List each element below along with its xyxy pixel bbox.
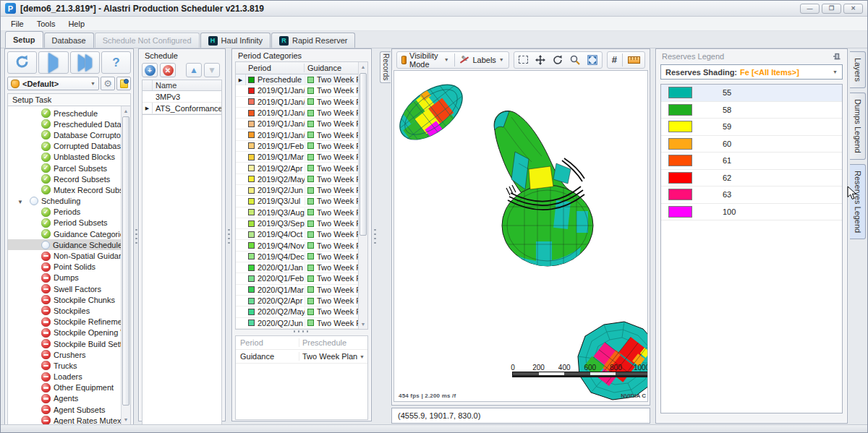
tree-item-stockpile-build-settings[interactable]: Stockpile Build Settings — [8, 338, 121, 349]
tree-item-trucks[interactable]: Trucks — [8, 360, 121, 371]
legend-item[interactable]: 58 — [661, 102, 842, 119]
legend-item[interactable]: 62 — [661, 170, 842, 187]
move-down-button[interactable]: ▼ — [204, 63, 220, 77]
table-row[interactable]: 2019/Q2/MayTwo Week Plan — [236, 174, 358, 185]
tree-item-dumps[interactable]: Dumps — [8, 273, 121, 283]
splitter-viewport[interactable] — [373, 48, 378, 426]
tab-setup[interactable]: Setup — [5, 31, 43, 48]
table-row[interactable]: 2019/Q4/DecTwo Week Plan — [236, 252, 358, 262]
table-row[interactable]: ▶ATS_Conformance(20... — [142, 103, 221, 114]
tree-item-other-equipment[interactable]: Other Equipment — [8, 382, 121, 393]
tree-item-agent-subsets[interactable]: Agent Subsets — [8, 404, 121, 415]
splitter-schedule[interactable] — [226, 48, 231, 426]
splitter-period-detail[interactable] — [292, 330, 311, 333]
detail-row-period[interactable]: PeriodPreschedule — [236, 336, 367, 350]
detail-row-guidance[interactable]: GuidanceTwo Week Plan▼ — [236, 350, 367, 364]
tree-item-crushers[interactable]: Crushers — [8, 349, 121, 360]
help-button[interactable]: ? — [101, 51, 131, 74]
table-row[interactable]: 2019/Q1/Jan/WTwo Week Plan — [236, 97, 358, 108]
scroll-up-icon[interactable]: ▲ — [359, 62, 367, 72]
tab-schedule-not-configured[interactable]: Schedule Not Configured — [95, 33, 200, 48]
tree-item-scheduling[interactable]: ▼Scheduling — [8, 196, 121, 207]
close-button[interactable]: ✕ — [843, 4, 863, 14]
table-row[interactable]: 2020/Q2/JunTwo Week Plan — [236, 318, 358, 329]
refresh-button[interactable] — [7, 51, 37, 74]
move-up-button[interactable]: ▲ — [186, 63, 202, 77]
tree-item-mutex-record-subsets[interactable]: Mutex Record Subsets — [8, 184, 121, 195]
tree-item-point-solids[interactable]: Point Solids — [8, 262, 121, 273]
dock-tab-reserves-legend[interactable]: Reserves Legend — [850, 164, 866, 239]
detail-value[interactable]: Two Week Plan▼ — [299, 352, 367, 361]
table-row[interactable]: 2019/Q1/Jan/WTwo Week Plan — [236, 119, 358, 129]
scrollbar-thumb[interactable] — [359, 73, 367, 236]
tree-item-periods[interactable]: Periods — [8, 207, 121, 218]
tree-scrollbar[interactable]: ▲ ▼ — [121, 106, 130, 424]
tab-rapid-reserver[interactable]: RRapid Reserver — [271, 33, 355, 48]
table-row[interactable]: 2020/Q2/MayTwo Week Plan — [236, 306, 358, 317]
tree-item-prescheduled-database[interactable]: Prescheduled Database — [8, 119, 121, 129]
tree-item-stockpile-chunks[interactable]: Stockpile Chunks — [8, 294, 121, 305]
tree-item-guidance-categories[interactable]: Guidance Categories — [8, 228, 121, 239]
tree-item-stockpiles[interactable]: Stockpiles — [8, 305, 121, 316]
tree-item-stockpile-opening-values[interactable]: Stockpile Opening Values — [8, 327, 121, 338]
add-schedule-button[interactable]: + — [142, 63, 158, 77]
grid-toggle-button[interactable]: # — [608, 53, 621, 67]
visibility-mode-button[interactable]: Visibility Mode ▼ — [398, 53, 453, 67]
viewport-canvas[interactable]: 02004006008001000 454 fps | 2.200 ms /f … — [393, 70, 648, 402]
zoom-fit-button[interactable] — [584, 53, 601, 67]
run-all-button[interactable] — [70, 51, 100, 74]
legend-item[interactable]: 55 — [661, 85, 842, 102]
legend-item[interactable]: 63 — [661, 187, 842, 204]
tree-item-non-spatial-guidance[interactable]: Non-Spatial Guidance — [8, 250, 121, 261]
tree-item-agent-rates-mutex[interactable]: Agent Rates Mutex — [8, 415, 121, 425]
legend-item[interactable]: 60 — [661, 136, 842, 153]
tree-item-loaders[interactable]: Loaders — [8, 372, 121, 382]
expander-icon[interactable]: ▼ — [17, 199, 23, 205]
period-table-scrollbar[interactable]: ▲ ▼ — [358, 62, 367, 329]
scroll-down-icon[interactable]: ▼ — [359, 320, 367, 329]
select-tool-button[interactable] — [515, 53, 532, 67]
table-row[interactable]: 2020/Q2/AprTwo Week Plan — [236, 296, 358, 306]
notes-button[interactable] — [116, 77, 131, 90]
table-row[interactable]: 2019/Q2/JunTwo Week Plan — [236, 185, 358, 196]
tree-item-stockpile-refinements[interactable]: Stockpile Refinements — [8, 317, 121, 327]
table-row[interactable]: 2020/Q1/FebTwo Week Plan — [236, 273, 358, 284]
scrollbar-thumb[interactable] — [122, 116, 129, 406]
tree-item-record-subsets[interactable]: Record Subsets — [8, 173, 121, 184]
table-row[interactable]: 2019/Q1/FebTwo Week Plan — [236, 141, 358, 152]
tab-haul-infinity[interactable]: HHaul Infinity — [200, 33, 271, 48]
guidance-col-header[interactable]: Guidance — [305, 64, 344, 72]
reserves-shading-dropdown[interactable]: Reserves Shading: Fe [<All Items>] ▼ — [660, 64, 843, 80]
table-row[interactable]: 2019/Q4/OctTwo Week Plan — [236, 229, 358, 240]
tab-records[interactable]: Records — [380, 51, 391, 83]
pan-tool-button[interactable] — [532, 53, 549, 67]
tab-database[interactable]: Database — [44, 33, 94, 48]
table-row[interactable]: ▶PrescheduleTwo Week Plan — [236, 74, 358, 85]
tree-item-agents[interactable]: Agents — [8, 393, 121, 404]
table-row[interactable]: 2019/Q3/SepTwo Week Plan — [236, 218, 358, 229]
scroll-down-icon[interactable]: ▼ — [122, 415, 130, 424]
zoom-tool-button[interactable] — [566, 53, 584, 67]
table-row[interactable]: 2020/Q1/MarTwo Week Plan — [236, 285, 358, 296]
table-row[interactable]: 3MPv3 — [142, 91, 221, 103]
menu-help[interactable]: Help — [62, 18, 90, 30]
table-row[interactable]: 2019/Q3/JulTwo Week Plan — [236, 196, 358, 207]
dock-tab-layers[interactable]: Layers — [850, 51, 866, 88]
profile-dropdown[interactable]: <Default> ▼ — [7, 77, 99, 90]
scroll-up-icon[interactable]: ▲ — [122, 106, 130, 116]
menu-tools[interactable]: Tools — [31, 18, 61, 30]
menu-file[interactable]: File — [5, 18, 30, 30]
tree-item-corrupted-database[interactable]: Corrupted Database — [8, 141, 121, 152]
table-row[interactable]: 2019/Q2/AprTwo Week Plan — [236, 163, 358, 173]
tree-item-database-corruptor[interactable]: Database Corruptor — [8, 129, 121, 140]
tree-item-period-subsets[interactable]: Period Subsets — [8, 218, 121, 228]
rotate-tool-button[interactable] — [549, 53, 566, 67]
table-row[interactable]: 2019/Q1/Jan/WTwo Week Plan — [236, 85, 358, 96]
legend-item[interactable]: 59 — [661, 119, 842, 136]
labels-button[interactable]: ✎ Labels ▼ — [456, 53, 507, 67]
tree-item-guidance-schedules[interactable]: Guidance Schedules — [8, 239, 121, 250]
table-row[interactable]: 2019/Q1/MarTwo Week Plan — [236, 152, 358, 163]
legend-item[interactable]: 61 — [661, 153, 842, 170]
run-button[interactable] — [38, 51, 68, 74]
period-col-header[interactable]: Period — [245, 64, 305, 72]
